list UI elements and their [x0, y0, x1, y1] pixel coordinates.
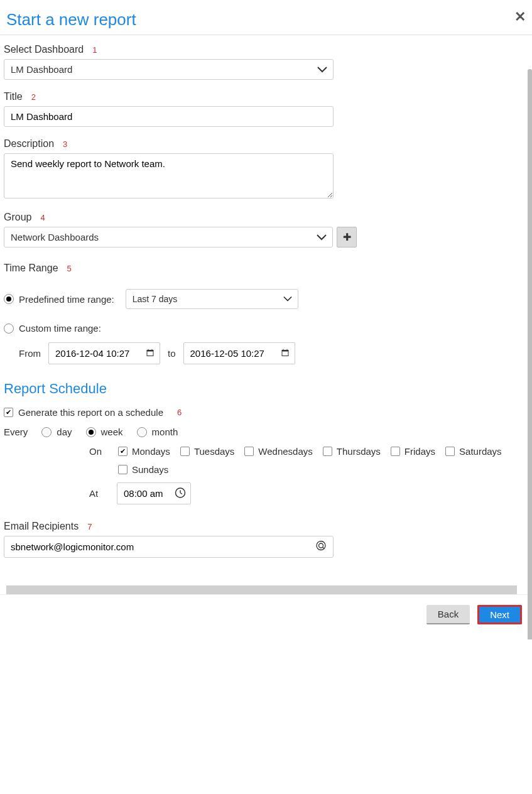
freq-month-radio[interactable]: [137, 427, 147, 437]
day-tue-checkbox[interactable]: [180, 447, 190, 456]
predefined-range-row: Predefined time range: Last 7 days: [4, 289, 527, 309]
on-label: On: [89, 446, 108, 457]
generate-label: Generate this report on a schedule: [18, 407, 163, 418]
description-label: Description: [4, 138, 54, 150]
clock-icon: [175, 487, 186, 500]
schedule-heading: Report Schedule: [4, 381, 527, 397]
calendar-icon: [146, 349, 154, 358]
custom-radio[interactable]: [4, 324, 14, 334]
group-label: Group: [4, 212, 31, 223]
annotation-5: 5: [67, 264, 72, 273]
freq-week-label: week: [101, 427, 123, 437]
plus-icon: ✚: [343, 231, 351, 243]
day-wed-checkbox[interactable]: [244, 447, 254, 456]
email-input[interactable]: [4, 536, 334, 558]
group-field: Group 4 Network Dashboards ✚: [4, 212, 527, 247]
day-thu-label: Thursdays: [337, 446, 381, 457]
title-label: Title: [4, 91, 23, 102]
freq-day-label: day: [57, 427, 72, 437]
svg-line-10: [180, 492, 182, 494]
generate-schedule-row: ✔ Generate this report on a schedule 6: [4, 407, 527, 418]
close-icon[interactable]: ✕: [514, 10, 526, 24]
new-report-modal: Start a new report ✕ Select Dashboard 1 …: [0, 0, 532, 639]
day-thu-checkbox[interactable]: [323, 447, 332, 456]
freq-week-radio[interactable]: [86, 427, 96, 437]
predefined-range-select[interactable]: Last 7 days: [126, 289, 298, 309]
day-mon-label: Mondays: [132, 446, 170, 457]
freq-month-label: month: [152, 427, 178, 437]
predefined-label: Predefined time range:: [19, 294, 114, 305]
annotation-3: 3: [63, 139, 67, 149]
email-field: Email Recipients 7: [4, 521, 527, 558]
time-range-field: Time Range 5 Predefined time range: Last…: [4, 263, 527, 364]
svg-line-13: [323, 547, 325, 549]
title-field: Title 2: [4, 91, 527, 127]
annotation-1: 1: [92, 45, 97, 55]
svg-point-12: [319, 543, 323, 548]
from-label: From: [19, 348, 41, 359]
predefined-radio[interactable]: [4, 294, 14, 304]
annotation-4: 4: [40, 213, 45, 222]
custom-range-row: Custom time range:: [4, 323, 527, 334]
every-label: Every: [4, 427, 28, 437]
modal-header: Start a new report ✕: [0, 0, 532, 35]
to-date-input[interactable]: [183, 342, 295, 364]
back-button[interactable]: Back: [426, 605, 470, 624]
custom-label: Custom time range:: [19, 323, 101, 334]
freq-day-radio[interactable]: [41, 427, 52, 437]
day-fri-label: Fridays: [404, 446, 435, 457]
annotation-7: 7: [87, 522, 92, 531]
days-block: On ✔Mondays Tuesdays Wednesdays Thursday…: [89, 446, 527, 504]
day-mon-checkbox[interactable]: ✔: [118, 447, 128, 456]
day-sun-label: Sundays: [132, 464, 168, 475]
horizontal-scrollbar[interactable]: [6, 585, 517, 594]
dashboard-select[interactable]: LM Dashboard: [4, 59, 334, 80]
title-input[interactable]: [4, 106, 334, 127]
vertical-scrollbar[interactable]: [528, 69, 532, 639]
group-select[interactable]: Network Dashboards: [4, 227, 333, 247]
email-label: Email Recipients: [4, 521, 79, 532]
day-tue-label: Tuesdays: [194, 446, 234, 457]
modal-footer: Back Next: [0, 594, 532, 639]
description-textarea[interactable]: [4, 153, 334, 198]
next-button[interactable]: Next: [477, 605, 522, 624]
frequency-row: Every day week month: [4, 427, 527, 437]
annotation-6: 6: [177, 408, 182, 417]
description-field: Description 3: [4, 138, 527, 200]
day-sat-checkbox[interactable]: [445, 447, 455, 456]
date-range-row: From to: [19, 342, 527, 364]
day-sat-label: Saturdays: [459, 446, 502, 457]
day-wed-label: Wednesdays: [258, 446, 312, 457]
annotation-2: 2: [31, 92, 36, 102]
generate-checkbox[interactable]: ✔: [4, 408, 13, 417]
add-group-button[interactable]: ✚: [337, 227, 357, 247]
to-label: to: [168, 348, 176, 359]
from-date-input[interactable]: [48, 342, 160, 364]
at-label: At: [89, 488, 108, 499]
day-fri-checkbox[interactable]: [391, 447, 400, 456]
time-range-label: Time Range: [4, 263, 58, 274]
dashboard-field: Select Dashboard 1 LM Dashboard: [4, 44, 527, 80]
modal-content: Select Dashboard 1 LM Dashboard Title 2: [0, 35, 532, 594]
day-sun-checkbox[interactable]: [118, 465, 128, 474]
calendar-icon: [281, 349, 289, 358]
search-icon[interactable]: [316, 540, 327, 553]
dashboard-label: Select Dashboard: [4, 44, 84, 55]
modal-title: Start a new report: [6, 10, 136, 30]
